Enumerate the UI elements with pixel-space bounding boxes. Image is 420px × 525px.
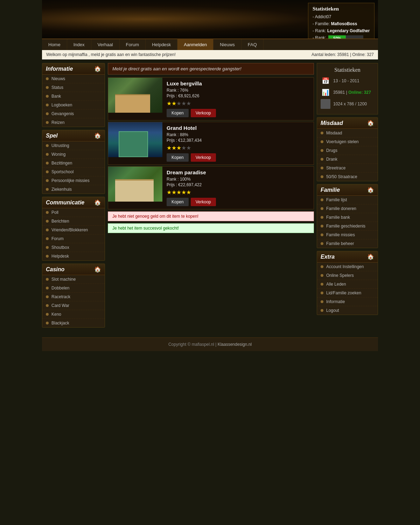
sidebar-item-label: Gevangenis <box>51 111 74 116</box>
buy-button-hotel[interactable]: Kopen <box>167 153 189 162</box>
buy-button-paradise[interactable]: Kopen <box>167 198 189 206</box>
nav-item-home[interactable]: Home <box>42 39 67 50</box>
bullet-icon <box>321 225 323 227</box>
right-sidebar-item-lid-familie-zoeken[interactable]: Lid/Familie zoeken <box>317 289 378 298</box>
right-sidebar-item-logout[interactable]: Logout <box>317 306 378 315</box>
property-card-paradise: Dream paradiseRank : 100%Prijs : €22,697… <box>108 166 314 209</box>
sidebar-item-persoonlijke-missies[interactable]: Persoonlijke missies <box>42 176 105 185</box>
right-sidebar-section-familie: Familie🏠Familie lijstFamilie donerenFami… <box>317 184 378 248</box>
right-sidebar-item-drugs[interactable]: Drugs <box>317 146 378 155</box>
sidebar-item-shoutbox[interactable]: Shoutbox <box>42 243 105 252</box>
bullet-icon <box>321 265 323 268</box>
sidebar-item-sportschool[interactable]: Sportschool <box>42 168 105 176</box>
right-sidebar-item-familie-bank[interactable]: Familie bank <box>317 213 378 222</box>
sidebar-item-nieuws[interactable]: Nieuws <box>42 75 105 83</box>
property-info-villa: Luxe bergvillaRank : 76%Prijs : €8,921,6… <box>162 78 314 120</box>
bullet-icon <box>321 167 323 169</box>
bullet-icon <box>46 179 49 182</box>
sidebar-item-label: Shoutbox <box>51 245 69 250</box>
bullet-icon <box>46 295 49 298</box>
left-sidebar: Informatie🏠NieuwsStatusBankLogboekenGeva… <box>42 63 105 330</box>
property-rank-villa: Rank : 76% <box>167 88 309 93</box>
right-sidebar-item-voertuigen-stelen[interactable]: Voertuigen stelen <box>317 138 378 146</box>
sidebar-section-title-spel: Spel <box>46 133 58 139</box>
right-sidebar-item-50-50-straatrace[interactable]: 50/50 Straatrace <box>317 173 378 181</box>
sidebar-item-logboeken[interactable]: Logboeken <box>42 101 105 110</box>
sidebar-item-bezittingen[interactable]: Bezittingen <box>42 159 105 168</box>
right-sidebar-item-informatie[interactable]: Informatie <box>317 298 378 306</box>
nav-item-verhaal[interactable]: Verhaal <box>91 39 120 50</box>
sell-button-villa[interactable]: Verkoop <box>191 109 216 117</box>
sidebar-item-dobbelen[interactable]: Dobbelen <box>42 284 105 293</box>
sidebar-item-card-war[interactable]: Card War <box>42 301 105 310</box>
monitor-icon <box>321 99 330 109</box>
right-stats-title: Statistieken <box>321 67 374 73</box>
nav-item-nieuws[interactable]: Nieuws <box>214 39 241 50</box>
sidebar-item-berichten[interactable]: Berichten <box>42 217 105 226</box>
sidebar-item-label: Blackjack <box>51 321 69 326</box>
property-price-hotel: Prijs : €12,387,434 <box>167 138 309 143</box>
sidebar-item-label: Bezittingen <box>51 161 72 166</box>
sidebar-item-forum[interactable]: Forum <box>42 234 105 243</box>
right-sidebar-item-account-instellingen[interactable]: Account Instellingen <box>317 262 378 271</box>
right-sidebar-item-label: Logout <box>326 308 339 313</box>
sidebar-item-blackjack[interactable]: Blackjack <box>42 319 105 327</box>
right-sidebar-item-drank[interactable]: Drank <box>317 155 378 164</box>
sidebar-item-label: Keno <box>51 312 61 317</box>
sidebar-item-bank[interactable]: Bank <box>42 92 105 101</box>
sidebar-item-ziekenhuis[interactable]: Ziekenhuis <box>42 185 105 194</box>
right-sidebar-item-online-spelers[interactable]: Online Spelers <box>317 271 378 280</box>
right-sidebar-item-alle-leden[interactable]: Alle Leden <box>317 280 378 289</box>
welcome-stats: Aantal leden: 35981 | Online: 327 <box>312 52 374 57</box>
sidebar-item-helpdesk[interactable]: Helpdesk <box>42 252 105 260</box>
sidebar-item-poll[interactable]: Poll <box>42 208 105 217</box>
stat-family: - Familie: MafiosoBoss <box>313 21 370 27</box>
right-sidebar-header-familie: Familie🏠 <box>317 184 378 196</box>
nav-item-aanmelden[interactable]: Aanmelden <box>177 39 214 50</box>
property-info-paradise: Dream paradiseRank : 100%Prijs : €22,697… <box>162 167 314 209</box>
sidebar-item-label: Persoonlijke missies <box>51 178 90 183</box>
buy-button-villa[interactable]: Kopen <box>167 109 189 117</box>
bullet-icon <box>46 313 49 316</box>
sell-button-hotel[interactable]: Verkoop <box>191 153 216 162</box>
nav-item-forum[interactable]: Forum <box>120 39 146 50</box>
right-sidebar-item-misdaad[interactable]: Misdaad <box>317 129 378 138</box>
right-sidebar-item-familie-missies[interactable]: Familie missies <box>317 231 378 239</box>
filled-star: ★ <box>176 145 181 151</box>
sidebar-section-title-informatie: Informatie <box>46 66 73 72</box>
right-sidebar-item-familie-geschiedenis[interactable]: Familie geschiedenis <box>317 222 378 231</box>
footer-link[interactable]: Klaassendesign.nl <box>218 342 252 347</box>
sidebar-item-keno[interactable]: Keno <box>42 310 105 319</box>
nav-item-index[interactable]: Index <box>67 39 91 50</box>
bullet-icon <box>321 292 323 294</box>
sidebar-item-vrienden-blokkeren[interactable]: Vrienden/Blokkeren <box>42 226 105 234</box>
sidebar-section-header-communicatie: Communicatie🏠 <box>42 197 105 208</box>
sidebar-item-reizen[interactable]: Reizen <box>42 118 105 127</box>
bullet-icon <box>321 283 323 286</box>
sidebar-item-slot-machine[interactable]: Slot machine <box>42 275 105 284</box>
sidebar-item-racetrack[interactable]: Racetrack <box>42 293 105 301</box>
sidebar-item-label: Racetrack <box>51 294 70 299</box>
sidebar-item-label: Helpdesk <box>51 254 69 259</box>
chart-icon: 📊 <box>321 88 330 97</box>
right-sidebar-item-familie-lijst[interactable]: Familie lijst <box>317 196 378 204</box>
sell-button-paradise[interactable]: Verkoop <box>191 198 216 206</box>
property-card-villa: Luxe bergvillaRank : 76%Prijs : €8,921,6… <box>108 77 314 120</box>
sidebar-item-status[interactable]: Status <box>42 83 105 92</box>
bullet-icon <box>321 175 323 178</box>
nav-item-helpdesk[interactable]: Helpdesk <box>146 39 177 50</box>
right-sidebar-item-label: Voertuigen stelen <box>326 139 359 144</box>
right-sidebar-item-streetrace[interactable]: Streetrace <box>317 164 378 173</box>
sidebar-item-uitrusting[interactable]: Uitrusting <box>42 141 105 150</box>
footer-copyright: Copyright © mafiaspel.nl | <box>168 342 216 347</box>
right-sidebar-section-extra: Extra🏠Account InstellingenOnline Spelers… <box>317 251 378 315</box>
right-sidebar: Statistieken📅13 - 10 - 2011📊35981 | Onli… <box>317 63 378 318</box>
sidebar-item-gevangenis[interactable]: Gevangenis <box>42 110 105 118</box>
bullet-icon <box>46 278 49 281</box>
sidebar-item-woning[interactable]: Woning <box>42 150 105 159</box>
sidebar-item-label: Nieuws <box>51 76 65 81</box>
bullet-icon <box>321 132 323 134</box>
nav-item-faq[interactable]: FAQ <box>241 39 264 50</box>
right-sidebar-item-familie-beheer[interactable]: Familie beheer <box>317 239 378 248</box>
right-sidebar-item-familie-doneren[interactable]: Familie doneren <box>317 204 378 213</box>
